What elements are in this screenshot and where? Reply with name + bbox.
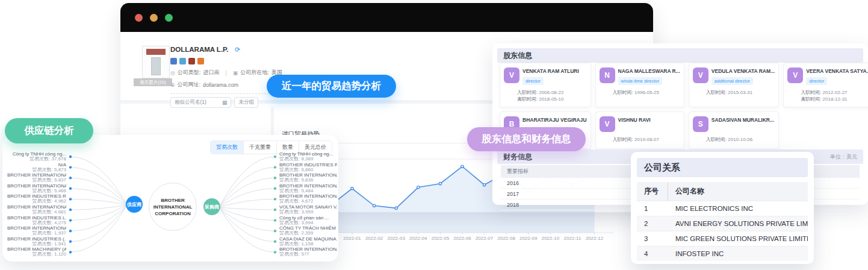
list-item[interactable]: BROTHER INTERNATIONA...贸易次数: 5,484	[279, 183, 337, 194]
relation-index: 1	[637, 201, 668, 216]
linkedin-icon[interactable]	[179, 58, 186, 64]
relation-company-name: INFOSTEP INC	[668, 246, 808, 261]
avatar: V	[600, 116, 615, 132]
list-item[interactable]: Công ty TNHH công ng...贸易次数: 37,678	[7, 151, 66, 162]
social-icons	[170, 58, 282, 64]
x-axis-label: 2022-08	[498, 236, 516, 241]
list-item[interactable]: VOLTA MOTOR SANAYİ V...贸易次数: 3,959	[279, 204, 337, 215]
partner-trade-count: 贸易次数: 1,120	[7, 252, 66, 257]
similar-company-select-label: 相似公司名(1)	[175, 99, 206, 106]
company-website-value[interactable]: dollarama.com	[203, 82, 238, 88]
relations-col-name: 公司名称	[668, 182, 808, 201]
partner-trade-count: 贸易次数: 4,681	[7, 210, 66, 215]
list-item[interactable]: BROTHER MACHINERY (A...贸易次数: 1,120	[7, 246, 66, 257]
close-button[interactable]	[135, 14, 143, 22]
list-item[interactable]: BROTHER INDUSTRIES R...贸易次数: 4,962	[7, 193, 66, 204]
pinterest-icon[interactable]	[188, 58, 195, 64]
x-axis-label: 2022-12	[586, 236, 604, 241]
related-images-caption[interactable]: 相关图片(20)	[134, 78, 172, 86]
company-relations-card: 公司关系 序号 公司名称 1MIC ELECTRONICS INC2AVNI E…	[631, 152, 814, 264]
table-row[interactable]: 1MIC ELECTRONICS INC	[637, 201, 808, 216]
list-item[interactable]: BROTHER INDUSTRIES L...贸易次数: 4,275	[7, 215, 66, 226]
x-axis-label: 2022-11	[564, 236, 581, 241]
x-axis-label: 2022-01	[343, 236, 361, 241]
join-date-value: 2006-08-22	[539, 90, 563, 95]
table-row[interactable]: 3MIC GREEN SOLUTIONS PRIVATE LIMITED	[637, 231, 808, 246]
join-date: 入职时间: 2019-08-07	[613, 136, 680, 143]
relation-company-name: MIC GREEN SOLUTIONS PRIVATE LIMITED	[668, 231, 808, 246]
calendar-icon: ▦	[222, 99, 228, 105]
product-image-part	[146, 49, 166, 55]
partner-trade-count: 贸易次数: 4,672	[279, 199, 337, 204]
partner-name: Công ty cổ phần sản ...	[279, 215, 337, 221]
partner-name: BROTHER INDUSTRIES R...	[279, 162, 337, 168]
leave-date: 离职时间: 2018-12-31	[801, 96, 868, 102]
list-item[interactable]: N/A贸易次数: 5,873	[7, 162, 66, 173]
list-item[interactable]: BROTHER INTERNATIONA...贸易次数: 4,681	[7, 204, 66, 215]
table-row[interactable]: 2AVNI ENERGY SOLUTIONS PRIVATE LIMITED	[637, 216, 808, 231]
partner-name: BROTHER INTERNATIONA...	[7, 225, 66, 231]
relation-company-name: MIC ELECTRONICS INC	[668, 201, 808, 216]
page: 相关图片(20) DOLLARAMA L.P. ⟳ ◎ 公司类型: 进口商 | …	[0, 0, 868, 270]
buyer-node[interactable]: 采购商	[203, 198, 220, 215]
relations-table: 序号 公司名称 1MIC ELECTRONICS INC2AVNI ENERGY…	[637, 182, 808, 261]
table-row[interactable]: 4INFOSTEP INC	[637, 246, 808, 261]
member-name: BHARATIRAJU VEGIRAJU	[522, 117, 587, 123]
join-date-label: 入职时间:	[613, 137, 634, 142]
list-item[interactable]: BROTHER INTERNATIONA...贸易次数: 5,466	[7, 183, 66, 194]
list-item[interactable]: BROTHER INTERNATIONA...贸易次数: 4,672	[279, 193, 337, 204]
group-select[interactable]: 未分组	[234, 97, 258, 108]
shareholder-card: SSADASIVAN MURALIKR...入职时间: 2010-10-06	[689, 111, 779, 149]
list-item[interactable]: BROTHER INTERNATIONA...贸易次数: 577	[279, 246, 337, 257]
join-date-label: 入职时间:	[517, 90, 539, 95]
partner-trade-count: 贸易次数: 5,466	[7, 189, 66, 194]
relation-index: 2	[637, 216, 668, 231]
x-axis-label: 2022-03	[388, 236, 406, 241]
partner-name: BROTHER MACHINERY (A...	[7, 246, 66, 252]
relations-title: 公司关系	[644, 162, 680, 174]
partner-name: BROTHER INDUSTRIES (...	[7, 236, 66, 242]
shareholder-card: VVEDULA VENKATA RAM...additional directo…	[689, 63, 779, 107]
partner-name: Công ty TNHH công ng...	[279, 151, 337, 157]
divider: |	[225, 70, 226, 76]
minimize-button[interactable]	[150, 14, 158, 22]
list-item[interactable]: CÔNG TY TRÁCH NHIỆM ...贸易次数: 2,359	[279, 225, 337, 236]
partner-name: BROTHER INTERNATIONA...	[279, 193, 337, 199]
list-item[interactable]: BROTHER INTERNATIONA...贸易次数: 5,837	[7, 172, 66, 183]
list-item[interactable]: BROTHER INDUSTRIES R...贸易次数: 5,860	[279, 162, 337, 173]
list-item[interactable]: BROTHER INTERNATIONA...贸易次数: 5,836	[279, 172, 337, 183]
company-node[interactable]: BROTHER INTERNATIONAL CORPORATION	[149, 183, 197, 231]
partner-trade-count: 贸易次数: 5,484	[279, 189, 337, 194]
product-image[interactable]	[142, 46, 170, 78]
avatar: V	[504, 68, 519, 83]
supply-chain-card: 贸易次数千克重量数量美元总价 Công ty TNHH công ng...贸易…	[2, 135, 338, 262]
list-item[interactable]: Công ty cổ phần sản ...贸易次数: 3,994	[279, 215, 337, 226]
partner-trade-count: 贸易次数: 4,962	[7, 199, 66, 204]
partner-trade-count: 贸易次数: 3,959	[279, 210, 337, 215]
list-item[interactable]: CASA DIAZ DE MAQUINA...贸易次数: 1,158	[279, 236, 337, 247]
partner-name: VOLTA MOTOR SANAYİ V...	[279, 204, 337, 210]
window-titlebar	[120, 3, 653, 32]
maximize-button[interactable]	[165, 14, 173, 22]
join-date: 入职时间: 1996-05-25	[613, 89, 680, 96]
refresh-icon[interactable]: ⟳	[235, 46, 240, 53]
partner-trade-count: 贸易次数: 5,860	[279, 168, 337, 173]
join-date: 入职时间: 2010-10-06	[706, 136, 775, 143]
facebook-icon[interactable]	[170, 58, 177, 64]
shareholder-card: VVENKATA RAM ATLURIdirector入职时间: 2006-08…	[500, 63, 591, 107]
partner-trade-count: 贸易次数: 5,836	[279, 178, 337, 183]
partner-name: BROTHER INTERNATIONA...	[279, 183, 337, 189]
supplier-node[interactable]: 供应商	[126, 196, 143, 213]
partner-name: BROTHER INTERNATIONA...	[7, 172, 66, 178]
blog-icon[interactable]	[197, 58, 204, 64]
member-name: VEDULA VENKATA RAM...	[711, 68, 775, 74]
list-item[interactable]: Công ty TNHH công ng...贸易次数: 8,389	[279, 151, 337, 162]
similar-company-select[interactable]: 相似公司名(1) ▦	[170, 97, 231, 108]
finance-title: 财务信息	[503, 152, 532, 162]
list-item[interactable]: BROTHER INDUSTRIES (...贸易次数: 1,541	[7, 236, 66, 247]
globe-icon: ⊕	[170, 82, 175, 88]
partner-name: BROTHER INDUSTRIES R...	[7, 193, 66, 199]
relation-index: 4	[637, 246, 668, 261]
member-role-badge: director	[806, 77, 827, 85]
list-item[interactable]: BROTHER INTERNATIONA...贸易次数: 1,937	[7, 225, 66, 236]
